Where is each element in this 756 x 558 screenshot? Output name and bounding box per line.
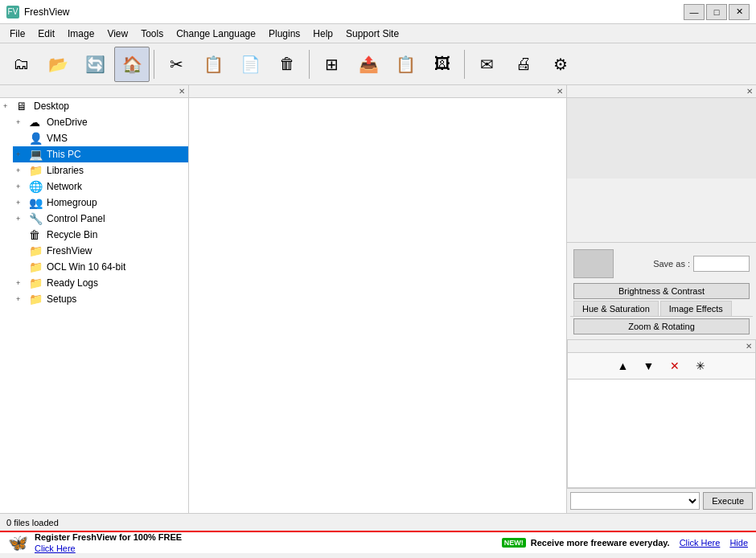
thumbnails-toolbar-btn[interactable]: ⊞ [314, 47, 349, 82]
center-panel: ✕ [189, 85, 567, 513]
tree-expand-onedrive: + [16, 118, 29, 126]
hide-link[interactable]: Hide [729, 538, 748, 548]
center-panel-header: ✕ [189, 85, 566, 98]
tree-item-setups[interactable]: +📁Setups [13, 291, 188, 307]
menu-item-file[interactable]: File [3, 27, 31, 41]
wallpaper-toolbar-btn[interactable]: 🖼 [425, 47, 460, 82]
execute-button[interactable]: Execute [703, 492, 753, 510]
nav-down-btn[interactable]: ▼ [639, 356, 659, 375]
home-toolbar-btn[interactable]: 🏠 [114, 47, 150, 82]
left-panel: ✕ +🖥Desktop+☁OneDrive👤VMS+💻This PC+📁Libr… [0, 85, 189, 513]
open-folder-toolbar-btn[interactable]: 🗂 [3, 47, 39, 82]
tree-label-homegroup: Homegroup [47, 197, 97, 208]
send-toolbar-btn[interactable]: 📤 [351, 47, 386, 82]
menu-item-support-site[interactable]: Support Site [339, 27, 405, 41]
tree-icon-homegroup: 👥 [29, 196, 43, 209]
tree-icon-network: 🌐 [29, 180, 43, 193]
tree-item-freshview[interactable]: 📁FreshView [13, 243, 188, 259]
tree-icon-freshview: 📁 [29, 244, 43, 257]
right-panel-close[interactable]: ✕ [746, 87, 753, 96]
right-bottom-close[interactable]: ✕ [746, 342, 752, 351]
menu-item-change-language[interactable]: Change Language [170, 27, 262, 41]
nav-controls: ▲ ▼ ✕ ✳ [568, 353, 755, 380]
tree-expand-thispc: + [16, 150, 29, 158]
footer-left: 🦋 Register FreshView for 100% FREE Click… [8, 531, 182, 553]
tree-label-readylogs: Ready Logs [47, 277, 98, 289]
tree-expand-desktop: + [3, 102, 16, 110]
tree-expand-libraries: + [16, 166, 29, 174]
execute-row: Execute [567, 488, 756, 513]
zoom-rotating-btn[interactable]: Zoom & Rotating [573, 318, 750, 334]
status-text: 0 files loaded [6, 518, 59, 527]
right-panel: ✕ Save as : Brightness & Contrast Hue & … [567, 85, 756, 513]
cut-toolbar-btn[interactable]: ✂ [158, 47, 194, 82]
brightness-contrast-btn[interactable]: Brightness & Contrast [573, 283, 750, 299]
menu-item-tools[interactable]: Tools [134, 27, 170, 41]
new-badge: NEW! [502, 538, 526, 548]
image-effects-tab[interactable]: Image Effects [660, 301, 732, 316]
app-icon: FV [6, 6, 19, 18]
tree-item-thispc[interactable]: +💻This PC [13, 146, 188, 162]
register-text: Register FreshView for 100% FREE [35, 532, 182, 542]
maximize-button[interactable]: □ [706, 4, 727, 20]
click-here-link[interactable]: Click Here [35, 544, 76, 553]
tree-icon-vms: 👤 [29, 132, 43, 145]
menu-item-image[interactable]: Image [61, 27, 101, 41]
title-bar: FV FreshView — □ ✕ [0, 0, 756, 24]
nav-up-btn[interactable]: ▲ [614, 356, 633, 375]
paste-toolbar-btn[interactable]: 📋 [195, 47, 231, 82]
execute-select[interactable] [570, 492, 700, 510]
left-panel-header: ✕ [0, 85, 188, 98]
copy-toolbar-btn[interactable]: 📄 [232, 47, 268, 82]
footer-mascot: 🦋 [8, 533, 28, 552]
tree-item-onedrive[interactable]: +☁OneDrive [13, 114, 188, 130]
nav-star-btn[interactable]: ✳ [691, 356, 710, 375]
tree-item-readylogs[interactable]: +📁Ready Logs [13, 275, 188, 291]
menu-item-edit[interactable]: Edit [31, 27, 61, 41]
tree-item-controlpanel[interactable]: +🔧Control Panel [13, 211, 188, 227]
toolbar-sep-12 [464, 50, 465, 79]
email-toolbar-btn[interactable]: ✉ [469, 47, 504, 82]
tree-expand-setups: + [16, 295, 29, 303]
tree-icon-libraries: 📁 [29, 164, 43, 177]
tree-item-vms[interactable]: 👤VMS [13, 130, 188, 146]
tree-icon-recycle: 🗑 [29, 228, 43, 241]
nav-x-btn[interactable]: ✕ [665, 356, 684, 375]
tree-item-homegroup[interactable]: +👥Homegroup [13, 195, 188, 211]
tree-item-network[interactable]: +🌐Network [13, 178, 188, 195]
tree-label-vms: VMS [47, 133, 68, 144]
click-here2-link[interactable]: Click Here [680, 538, 721, 548]
center-content [189, 98, 566, 513]
tree-item-oclwin[interactable]: 📁OCL Win 10 64-bit [13, 259, 188, 275]
toolbar: 🗂📂🔄🏠✂📋📄🗑⊞📤📋🖼✉🖨⚙ [0, 43, 756, 85]
copy2-toolbar-btn[interactable]: 📋 [388, 47, 423, 82]
settings-toolbar-btn[interactable]: ⚙ [543, 47, 578, 82]
tree-item-recycle[interactable]: 🗑Recycle Bin [13, 227, 188, 243]
footer-bar: 🦋 Register FreshView for 100% FREE Click… [0, 531, 756, 553]
save-thumbnail [573, 249, 614, 278]
save-input[interactable] [693, 256, 750, 272]
tree-icon-setups: 📁 [29, 293, 43, 306]
hue-saturation-tab[interactable]: Hue & Saturation [573, 301, 659, 316]
menu-item-view[interactable]: View [101, 27, 134, 41]
open-file-toolbar-btn[interactable]: 📂 [40, 47, 76, 82]
tree-icon-onedrive: ☁ [29, 116, 43, 129]
tree-label-controlpanel: Control Panel [47, 213, 105, 224]
delete-toolbar-btn[interactable]: 🗑 [269, 47, 305, 82]
left-panel-close[interactable]: ✕ [179, 87, 185, 96]
menu-item-plugins[interactable]: Plugins [262, 27, 306, 41]
footer-freeware: NEW! Receive more freeware everyday. [502, 538, 670, 548]
minimize-button[interactable]: — [684, 4, 705, 20]
right-bottom-header: ✕ [568, 340, 755, 353]
center-panel-close[interactable]: ✕ [557, 87, 563, 96]
toolbar-sep-8 [309, 50, 310, 79]
print-toolbar-btn[interactable]: 🖨 [506, 47, 541, 82]
refresh-toolbar-btn[interactable]: 🔄 [77, 47, 113, 82]
tree-icon-controlpanel: 🔧 [29, 212, 43, 225]
title-left: FV FreshView [6, 6, 69, 18]
tree-label-desktop: Desktop [34, 101, 69, 112]
tree-item-libraries[interactable]: +📁Libraries [13, 162, 188, 178]
close-button[interactable]: ✕ [729, 4, 750, 20]
menu-item-help[interactable]: Help [306, 27, 339, 41]
tree-item-desktop[interactable]: +🖥Desktop [0, 98, 188, 114]
